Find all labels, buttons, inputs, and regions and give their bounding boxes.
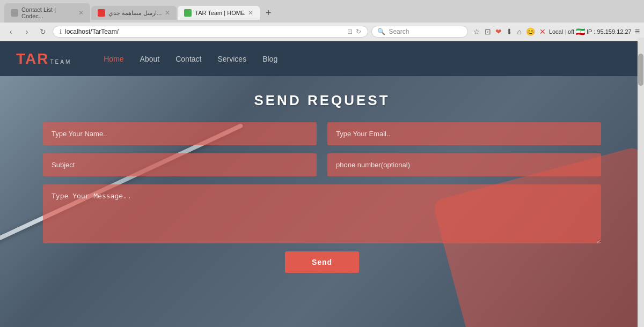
local-indicator: Local | off 🇮🇷 IP : 95.159.12.27 — [549, 27, 632, 36]
secure-icon: ℹ — [60, 28, 62, 35]
nav-contact[interactable]: Contact — [175, 55, 201, 63]
separator: | — [565, 28, 566, 35]
tab-label-1: Contact List | Codec... — [21, 6, 75, 19]
tab-close-2[interactable]: ✕ — [165, 9, 170, 17]
search-icon: 🔍 — [377, 28, 385, 35]
tab-contact-list[interactable]: Contact List | Codec... ✕ — [4, 3, 90, 23]
pocket-icon[interactable]: ❤ — [495, 27, 502, 36]
message-textarea[interactable] — [43, 184, 601, 243]
nav-services[interactable]: Services — [217, 55, 246, 63]
reader-icon: ⊡ — [347, 28, 353, 35]
send-button[interactable]: Send — [285, 251, 359, 273]
reader-view-icon[interactable]: ⊡ — [485, 27, 491, 36]
forward-button[interactable]: › — [20, 25, 33, 38]
tab-bar: Contact List | Codec... ✕ ارسل مساهمة جد… — [0, 0, 644, 23]
new-tab-button[interactable]: + — [261, 5, 276, 20]
emoji-icon[interactable]: 😊 — [526, 27, 535, 36]
url-text: localhost/TarTeam/ — [65, 28, 344, 35]
section-title: SEND REQUEST — [43, 92, 601, 109]
browser-icons: ☆ ⊡ ❤ ⬇ ⌂ 😊 ✕ — [473, 27, 545, 36]
tab-favicon-2 — [98, 9, 105, 17]
website: TAR TEAM Home About Contact Services Blo… — [0, 41, 644, 327]
home-icon[interactable]: ⌂ — [517, 27, 521, 36]
bookmark-icon[interactable]: ☆ — [473, 27, 480, 36]
contact-section: SEND REQUEST Send — [0, 76, 644, 327]
nav-home[interactable]: Home — [104, 55, 123, 63]
browser-menu-button[interactable]: ≡ — [635, 27, 640, 36]
tab-arabic[interactable]: ارسل مساهمة جدي... ✕ — [91, 6, 177, 20]
local-label: Local — [549, 28, 563, 35]
name-input[interactable] — [43, 122, 317, 145]
form-row-2 — [43, 153, 601, 176]
nav-blog[interactable]: Blog — [262, 55, 277, 63]
flag-icon: 🇮🇷 — [576, 27, 585, 36]
logo-tar: TAR — [16, 50, 49, 68]
navbar: TAR TEAM Home About Contact Services Blo… — [0, 41, 644, 76]
tab-label-3: TAR Team | HOME — [195, 10, 245, 16]
phone-input[interactable] — [327, 153, 601, 176]
reload-icon: ↻ — [356, 28, 361, 35]
site-logo: TAR TEAM — [16, 50, 71, 68]
refresh-button[interactable]: ↻ — [36, 25, 49, 38]
form-container: SEND REQUEST Send — [0, 76, 644, 289]
tab-favicon-3 — [184, 9, 192, 17]
browser-chrome: Contact List | Codec... ✕ ارسل مساهمة جد… — [0, 0, 644, 41]
search-bar[interactable]: 🔍 Search — [371, 26, 468, 38]
logo-team: TEAM — [50, 59, 71, 65]
off-label: off — [568, 28, 574, 35]
subject-input[interactable] — [43, 153, 317, 176]
back-button[interactable]: ‹ — [4, 25, 17, 38]
tab-label-2: ارسل مساهمة جدي... — [108, 10, 162, 17]
close-x-icon[interactable]: ✕ — [539, 27, 546, 36]
nav-links: Home About Contact Services Blog — [104, 54, 277, 64]
tab-favicon-1 — [11, 9, 18, 17]
ip-address: IP : 95.159.12.27 — [587, 28, 632, 35]
form-row-1 — [43, 122, 601, 145]
address-bar: ‹ › ↻ ℹ localhost/TarTeam/ ⊡ ↻ 🔍 Search … — [0, 23, 644, 41]
email-input[interactable] — [327, 122, 601, 145]
tab-close-1[interactable]: ✕ — [78, 9, 84, 17]
search-placeholder: Search — [389, 28, 409, 35]
tab-tar-home[interactable]: TAR Team | HOME ✕ — [178, 6, 260, 20]
download-icon[interactable]: ⬇ — [506, 27, 513, 36]
nav-about[interactable]: About — [140, 55, 160, 63]
tab-close-3[interactable]: ✕ — [248, 9, 253, 17]
url-bar[interactable]: ℹ localhost/TarTeam/ ⊡ ↻ — [53, 26, 368, 38]
